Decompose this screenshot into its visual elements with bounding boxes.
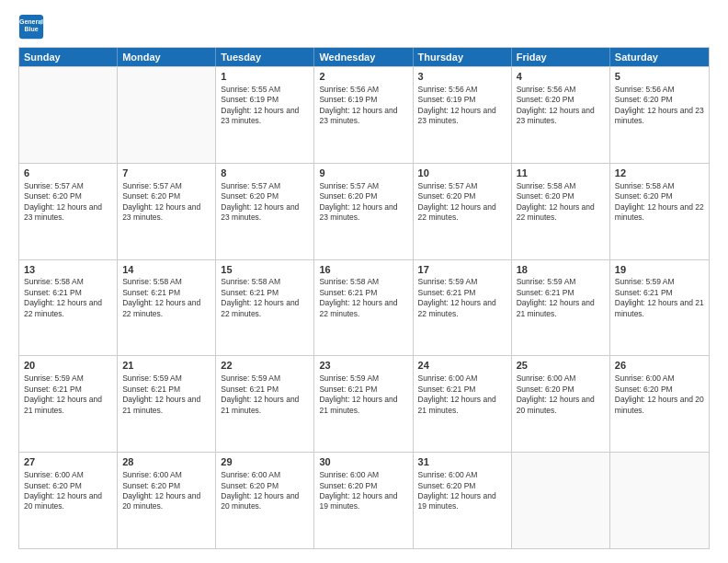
day-info: Sunrise: 6:00 AM Sunset: 6:20 PM Dayligh…	[319, 470, 397, 511]
day-info: Sunrise: 6:00 AM Sunset: 6:20 PM Dayligh…	[221, 470, 299, 511]
day-number: 22	[221, 359, 309, 373]
cal-cell: 6Sunrise: 5:57 AM Sunset: 6:20 PM Daylig…	[19, 164, 118, 259]
cal-cell: 20Sunrise: 5:59 AM Sunset: 6:21 PM Dayli…	[19, 356, 118, 452]
day-info: Sunrise: 5:58 AM Sunset: 6:21 PM Dayligh…	[319, 277, 397, 317]
logo: General Blue	[18, 14, 48, 40]
day-number: 9	[319, 167, 407, 180]
day-info: Sunrise: 5:56 AM Sunset: 6:20 PM Dayligh…	[615, 85, 704, 125]
cal-cell: 10Sunrise: 5:57 AM Sunset: 6:20 PM Dayli…	[414, 164, 512, 259]
day-number: 23	[319, 359, 407, 373]
day-number: 14	[122, 263, 210, 277]
cal-cell: 5Sunrise: 5:56 AM Sunset: 6:20 PM Daylig…	[610, 67, 709, 163]
day-info: Sunrise: 5:57 AM Sunset: 6:20 PM Dayligh…	[418, 181, 496, 222]
cal-cell: 31Sunrise: 6:00 AM Sunset: 6:20 PM Dayli…	[414, 453, 512, 548]
day-number: 8	[221, 167, 309, 180]
day-info: Sunrise: 5:56 AM Sunset: 6:19 PM Dayligh…	[418, 85, 496, 125]
cal-cell: 26Sunrise: 6:00 AM Sunset: 6:20 PM Dayli…	[610, 356, 709, 452]
cal-cell: 2Sunrise: 5:56 AM Sunset: 6:19 PM Daylig…	[314, 67, 413, 163]
day-info: Sunrise: 5:57 AM Sunset: 6:20 PM Dayligh…	[221, 181, 299, 222]
day-info: Sunrise: 6:00 AM Sunset: 6:20 PM Dayligh…	[122, 470, 200, 511]
cal-cell: 16Sunrise: 5:58 AM Sunset: 6:21 PM Dayli…	[314, 260, 413, 356]
header-day-friday: Friday	[512, 48, 610, 66]
day-number: 1	[221, 70, 309, 84]
day-number: 25	[517, 359, 605, 373]
day-number: 15	[221, 263, 309, 277]
day-info: Sunrise: 6:00 AM Sunset: 6:21 PM Dayligh…	[418, 373, 496, 414]
cal-cell	[610, 453, 709, 548]
day-number: 13	[24, 263, 112, 277]
day-number: 10	[418, 167, 506, 180]
day-info: Sunrise: 5:57 AM Sunset: 6:20 PM Dayligh…	[319, 181, 397, 222]
header-day-sunday: Sunday	[19, 48, 118, 66]
cal-cell: 1Sunrise: 5:55 AM Sunset: 6:19 PM Daylig…	[216, 67, 314, 163]
day-number: 20	[24, 359, 112, 373]
day-info: Sunrise: 6:00 AM Sunset: 6:20 PM Dayligh…	[418, 470, 496, 511]
day-info: Sunrise: 6:00 AM Sunset: 6:20 PM Dayligh…	[24, 470, 102, 511]
cal-cell: 24Sunrise: 6:00 AM Sunset: 6:21 PM Dayli…	[414, 356, 512, 452]
cal-cell: 12Sunrise: 5:58 AM Sunset: 6:20 PM Dayli…	[610, 164, 709, 259]
day-number: 12	[615, 167, 704, 180]
cal-cell: 28Sunrise: 6:00 AM Sunset: 6:20 PM Dayli…	[118, 453, 216, 548]
day-info: Sunrise: 6:00 AM Sunset: 6:20 PM Dayligh…	[615, 373, 704, 414]
day-number: 4	[517, 70, 605, 84]
cal-cell: 14Sunrise: 5:58 AM Sunset: 6:21 PM Dayli…	[118, 260, 216, 356]
cal-cell: 11Sunrise: 5:58 AM Sunset: 6:20 PM Dayli…	[512, 164, 610, 259]
cal-cell: 23Sunrise: 5:59 AM Sunset: 6:21 PM Dayli…	[314, 356, 413, 452]
cal-cell	[19, 67, 118, 163]
cal-cell: 13Sunrise: 5:58 AM Sunset: 6:21 PM Dayli…	[19, 260, 118, 356]
cal-cell: 25Sunrise: 6:00 AM Sunset: 6:20 PM Dayli…	[512, 356, 610, 452]
day-info: Sunrise: 5:57 AM Sunset: 6:20 PM Dayligh…	[24, 181, 102, 222]
cal-cell	[512, 453, 610, 548]
day-number: 17	[418, 263, 506, 277]
day-info: Sunrise: 6:00 AM Sunset: 6:20 PM Dayligh…	[517, 373, 595, 414]
header-day-monday: Monday	[118, 48, 216, 66]
day-info: Sunrise: 5:58 AM Sunset: 6:21 PM Dayligh…	[122, 277, 200, 317]
day-number: 26	[615, 359, 704, 373]
logo-icon: General Blue	[18, 14, 44, 40]
cal-cell: 3Sunrise: 5:56 AM Sunset: 6:19 PM Daylig…	[414, 67, 512, 163]
day-info: Sunrise: 5:56 AM Sunset: 6:19 PM Dayligh…	[319, 85, 397, 125]
day-info: Sunrise: 5:58 AM Sunset: 6:20 PM Dayligh…	[615, 181, 704, 222]
day-number: 3	[418, 70, 506, 84]
week-row-3: 13Sunrise: 5:58 AM Sunset: 6:21 PM Dayli…	[19, 259, 709, 356]
cal-cell: 4Sunrise: 5:56 AM Sunset: 6:20 PM Daylig…	[512, 67, 610, 163]
cal-cell: 7Sunrise: 5:57 AM Sunset: 6:20 PM Daylig…	[118, 164, 216, 259]
day-info: Sunrise: 5:59 AM Sunset: 6:21 PM Dayligh…	[418, 277, 496, 317]
day-info: Sunrise: 5:59 AM Sunset: 6:21 PM Dayligh…	[122, 373, 200, 414]
day-info: Sunrise: 5:55 AM Sunset: 6:19 PM Dayligh…	[221, 85, 299, 125]
day-number: 19	[615, 263, 704, 277]
day-info: Sunrise: 5:58 AM Sunset: 6:21 PM Dayligh…	[24, 277, 102, 317]
day-info: Sunrise: 5:59 AM Sunset: 6:21 PM Dayligh…	[517, 277, 595, 317]
calendar-header: SundayMondayTuesdayWednesdayThursdayFrid…	[19, 48, 709, 66]
cal-cell: 29Sunrise: 6:00 AM Sunset: 6:20 PM Dayli…	[216, 453, 314, 548]
day-info: Sunrise: 5:57 AM Sunset: 6:20 PM Dayligh…	[122, 181, 200, 222]
day-number: 24	[418, 359, 506, 373]
day-number: 7	[122, 167, 210, 180]
week-row-1: 1Sunrise: 5:55 AM Sunset: 6:19 PM Daylig…	[19, 66, 709, 163]
day-number: 29	[221, 455, 309, 469]
header-day-saturday: Saturday	[610, 48, 709, 66]
page: General Blue SundayMondayTuesdayWednesda…	[0, 0, 728, 563]
day-number: 2	[319, 70, 407, 84]
day-info: Sunrise: 5:59 AM Sunset: 6:21 PM Dayligh…	[319, 373, 397, 414]
day-number: 31	[418, 455, 506, 469]
day-number: 21	[122, 359, 210, 373]
header-day-wednesday: Wednesday	[314, 48, 413, 66]
day-info: Sunrise: 5:59 AM Sunset: 6:21 PM Dayligh…	[24, 373, 102, 414]
day-info: Sunrise: 5:58 AM Sunset: 6:21 PM Dayligh…	[221, 277, 299, 317]
header: General Blue	[18, 14, 710, 40]
day-number: 27	[24, 455, 112, 469]
day-number: 28	[122, 455, 210, 469]
cal-cell: 21Sunrise: 5:59 AM Sunset: 6:21 PM Dayli…	[118, 356, 216, 452]
cal-cell	[118, 67, 216, 163]
cal-cell: 22Sunrise: 5:59 AM Sunset: 6:21 PM Dayli…	[216, 356, 314, 452]
day-number: 11	[517, 167, 605, 180]
day-info: Sunrise: 5:56 AM Sunset: 6:20 PM Dayligh…	[517, 85, 595, 125]
week-row-4: 20Sunrise: 5:59 AM Sunset: 6:21 PM Dayli…	[19, 355, 709, 452]
week-row-2: 6Sunrise: 5:57 AM Sunset: 6:20 PM Daylig…	[19, 163, 709, 259]
cal-cell: 8Sunrise: 5:57 AM Sunset: 6:20 PM Daylig…	[216, 164, 314, 259]
header-day-tuesday: Tuesday	[216, 48, 314, 66]
cal-cell: 15Sunrise: 5:58 AM Sunset: 6:21 PM Dayli…	[216, 260, 314, 356]
day-number: 18	[517, 263, 605, 277]
header-day-thursday: Thursday	[414, 48, 512, 66]
